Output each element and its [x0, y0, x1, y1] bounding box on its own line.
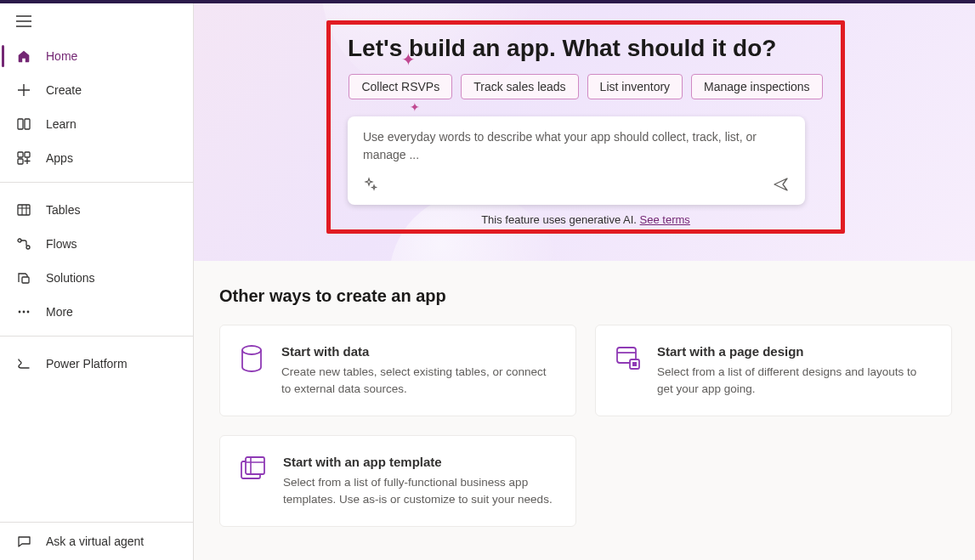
svg-rect-4 [18, 159, 23, 164]
svg-rect-1 [25, 119, 30, 129]
home-icon [15, 48, 32, 65]
card-desc: Select from a list of fully-functional b… [283, 474, 557, 507]
send-button[interactable] [773, 176, 790, 196]
svg-rect-2 [18, 152, 23, 157]
sidebar-item-more[interactable]: More [0, 295, 193, 329]
sidebar-item-create[interactable]: Create [0, 73, 193, 107]
sidebar-item-label: Learn [46, 117, 77, 131]
book-icon [15, 116, 32, 133]
svg-point-9 [19, 311, 21, 314]
prompt-input[interactable]: Use everyday words to describe what your… [363, 128, 790, 164]
chip-track-sales-leads[interactable]: Track sales leads [461, 74, 578, 99]
template-icon [239, 455, 268, 507]
card-desc: Create new tables, select existing table… [281, 364, 557, 397]
sidebar-item-power-platform[interactable]: Power Platform [0, 347, 193, 381]
hamburger-menu[interactable] [0, 3, 193, 36]
svg-rect-5 [18, 205, 30, 215]
hero-section: ✦ ✦ ✦ Let's build an app. What should it… [194, 3, 975, 261]
card-title: Start with an app template [283, 455, 557, 469]
plus-icon [15, 82, 32, 99]
card-start-with-data[interactable]: Start with data Create new tables, selec… [219, 325, 576, 416]
other-ways-title: Other ways to create an app [219, 286, 949, 306]
hero-title: Let's build an app. What should it do? [348, 35, 824, 62]
flows-icon [15, 235, 32, 252]
sidebar-item-solutions[interactable]: Solutions [0, 261, 193, 295]
suggestion-chips: Collect RSVPs Track sales leads List inv… [348, 74, 824, 99]
database-icon [239, 344, 266, 397]
sidebar-item-learn[interactable]: Learn [0, 107, 193, 141]
chip-list-inventory[interactable]: List inventory [587, 74, 683, 99]
svg-rect-8 [22, 277, 29, 283]
sidebar-item-label: Flows [46, 237, 77, 251]
sidebar-item-label: Solutions [46, 271, 95, 285]
content: ✦ ✦ ✦ Let's build an app. What should it… [194, 3, 975, 560]
page-design-icon [615, 344, 642, 397]
svg-point-7 [26, 246, 30, 249]
sidebar-footer-label: Ask a virtual agent [46, 535, 144, 548]
sidebar-item-flows[interactable]: Flows [0, 227, 193, 261]
solutions-icon [15, 269, 32, 286]
svg-point-12 [242, 346, 261, 354]
sidebar-item-label: Power Platform [46, 357, 128, 371]
sidebar-item-label: More [46, 305, 73, 319]
card-title: Start with a page design [657, 344, 932, 359]
sidebar-item-label: Tables [46, 203, 80, 217]
sidebar-item-label: Create [46, 83, 82, 97]
card-desc: Select from a list of different designs … [657, 364, 932, 397]
svg-rect-17 [246, 457, 264, 474]
svg-point-11 [27, 311, 30, 314]
build-app-panel: Let's build an app. What should it do? C… [326, 20, 845, 234]
ai-disclaimer: This feature uses generative AI. See ter… [348, 213, 824, 226]
sparkle-ai-icon[interactable] [363, 177, 378, 195]
hamburger-icon [16, 15, 31, 27]
sidebar: Home Create Learn Apps [0, 3, 194, 560]
see-terms-link[interactable]: See terms [640, 213, 690, 226]
power-platform-icon [15, 355, 32, 372]
chip-manage-inspections[interactable]: Manage inspections [691, 74, 823, 99]
tables-icon [15, 201, 32, 218]
svg-point-6 [18, 239, 21, 242]
svg-rect-15 [632, 362, 637, 366]
card-start-with-template[interactable]: Start with an app template Select from a… [219, 435, 576, 527]
sidebar-item-tables[interactable]: Tables [0, 193, 193, 227]
sidebar-item-apps[interactable]: Apps [0, 141, 193, 175]
sidebar-item-label: Apps [46, 151, 73, 165]
prompt-box: Use everyday words to describe what your… [348, 116, 805, 205]
apps-icon [15, 150, 32, 167]
svg-point-10 [23, 311, 26, 314]
card-start-with-page-design[interactable]: Start with a page design Select from a l… [595, 325, 952, 416]
sidebar-item-home[interactable]: Home [0, 39, 193, 73]
more-icon [15, 303, 32, 320]
sidebar-item-label: Home [46, 49, 77, 63]
other-ways-section: Other ways to create an app Start with d… [194, 261, 975, 552]
ask-virtual-agent[interactable]: Ask a virtual agent [0, 523, 193, 560]
svg-rect-0 [18, 119, 23, 129]
chat-icon [15, 533, 32, 550]
svg-rect-3 [25, 152, 30, 157]
chip-collect-rsvps[interactable]: Collect RSVPs [349, 74, 452, 99]
card-title: Start with data [281, 344, 557, 359]
